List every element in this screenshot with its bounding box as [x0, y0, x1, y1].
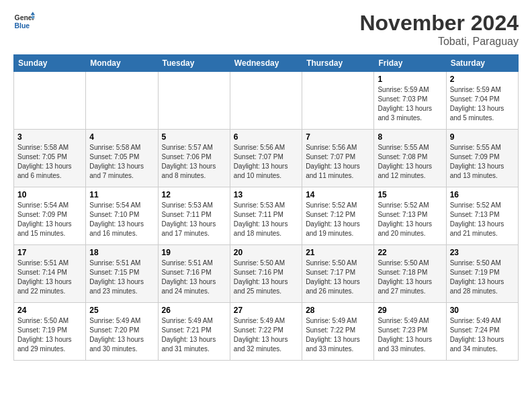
- header-saturday: Saturday: [446, 55, 518, 72]
- calendar-week-row-4: 24Sunrise: 5:50 AM Sunset: 7:19 PM Dayli…: [14, 303, 519, 361]
- header-tuesday: Tuesday: [158, 55, 230, 72]
- calendar-cell-1-1: 4Sunrise: 5:58 AM Sunset: 7:05 PM Daylig…: [86, 130, 158, 187]
- day-info: Sunrise: 5:55 AM Sunset: 7:08 PM Dayligh…: [378, 143, 442, 181]
- day-info: Sunrise: 5:54 AM Sunset: 7:09 PM Dayligh…: [17, 201, 82, 238]
- header-wednesday: Wednesday: [230, 55, 302, 72]
- day-number: 17: [17, 248, 82, 257]
- calendar-cell-1-4: 7Sunrise: 5:56 AM Sunset: 7:07 PM Daylig…: [302, 130, 374, 187]
- day-info: Sunrise: 5:50 AM Sunset: 7:19 PM Dayligh…: [17, 316, 82, 354]
- day-number: 6: [234, 132, 298, 142]
- calendar-cell-2-4: 14Sunrise: 5:52 AM Sunset: 7:12 PM Dayli…: [302, 187, 374, 245]
- calendar-cell-2-5: 15Sunrise: 5:52 AM Sunset: 7:13 PM Dayli…: [374, 187, 446, 245]
- day-info: Sunrise: 5:50 AM Sunset: 7:17 PM Dayligh…: [306, 259, 370, 296]
- svg-text:Blue: Blue: [15, 22, 30, 30]
- month-title: November 2024: [359, 11, 519, 36]
- calendar-cell-1-6: 9Sunrise: 5:55 AM Sunset: 7:09 PM Daylig…: [446, 130, 518, 187]
- title-block: November 2024 Tobati, Paraguay: [359, 11, 519, 48]
- day-info: Sunrise: 5:59 AM Sunset: 7:03 PM Dayligh…: [378, 85, 442, 123]
- day-number: 15: [378, 190, 442, 199]
- calendar-cell-3-0: 17Sunrise: 5:51 AM Sunset: 7:14 PM Dayli…: [14, 245, 86, 303]
- day-info: Sunrise: 5:50 AM Sunset: 7:18 PM Dayligh…: [378, 259, 442, 296]
- calendar-cell-4-5: 29Sunrise: 5:49 AM Sunset: 7:23 PM Dayli…: [374, 303, 446, 361]
- day-number: 13: [234, 190, 298, 199]
- day-info: Sunrise: 5:59 AM Sunset: 7:04 PM Dayligh…: [450, 85, 515, 123]
- calendar-cell-2-1: 11Sunrise: 5:54 AM Sunset: 7:10 PM Dayli…: [86, 187, 158, 245]
- day-info: Sunrise: 5:56 AM Sunset: 7:07 PM Dayligh…: [306, 143, 370, 181]
- day-number: 23: [450, 248, 515, 257]
- logo: General Blue: [13, 11, 35, 32]
- day-info: Sunrise: 5:55 AM Sunset: 7:09 PM Dayligh…: [450, 143, 515, 181]
- day-info: Sunrise: 5:54 AM Sunset: 7:10 PM Dayligh…: [89, 201, 154, 238]
- day-number: 1: [378, 75, 442, 84]
- calendar-cell-3-3: 20Sunrise: 5:50 AM Sunset: 7:16 PM Dayli…: [230, 245, 302, 303]
- day-info: Sunrise: 5:50 AM Sunset: 7:16 PM Dayligh…: [234, 259, 298, 296]
- calendar-week-row-1: 3Sunrise: 5:58 AM Sunset: 7:05 PM Daylig…: [14, 130, 519, 187]
- day-info: Sunrise: 5:49 AM Sunset: 7:22 PM Dayligh…: [306, 316, 370, 354]
- day-number: 27: [234, 306, 298, 315]
- calendar-cell-0-1: [86, 72, 158, 130]
- calendar-cell-1-0: 3Sunrise: 5:58 AM Sunset: 7:05 PM Daylig…: [14, 130, 86, 187]
- calendar-cell-4-0: 24Sunrise: 5:50 AM Sunset: 7:19 PM Dayli…: [14, 303, 86, 361]
- calendar-cell-0-2: [158, 72, 230, 130]
- calendar-week-row-2: 10Sunrise: 5:54 AM Sunset: 7:09 PM Dayli…: [14, 187, 519, 245]
- calendar-cell-0-6: 2Sunrise: 5:59 AM Sunset: 7:04 PM Daylig…: [446, 72, 518, 130]
- day-number: 8: [378, 132, 442, 142]
- header: General Blue November 2024 Tobati, Parag…: [13, 11, 519, 48]
- svg-marker-2: [31, 12, 35, 15]
- calendar-cell-2-0: 10Sunrise: 5:54 AM Sunset: 7:09 PM Dayli…: [14, 187, 86, 245]
- day-info: Sunrise: 5:57 AM Sunset: 7:06 PM Dayligh…: [162, 143, 226, 181]
- day-number: 3: [17, 132, 82, 142]
- header-monday: Monday: [86, 55, 158, 72]
- day-number: 19: [162, 248, 226, 257]
- day-info: Sunrise: 5:49 AM Sunset: 7:23 PM Dayligh…: [378, 316, 442, 354]
- day-number: 30: [450, 306, 515, 315]
- day-info: Sunrise: 5:53 AM Sunset: 7:11 PM Dayligh…: [162, 201, 226, 238]
- day-number: 2: [450, 75, 515, 84]
- day-number: 26: [162, 306, 226, 315]
- calendar-cell-3-4: 21Sunrise: 5:50 AM Sunset: 7:17 PM Dayli…: [302, 245, 374, 303]
- calendar-cell-4-2: 26Sunrise: 5:49 AM Sunset: 7:21 PM Dayli…: [158, 303, 230, 361]
- day-info: Sunrise: 5:49 AM Sunset: 7:20 PM Dayligh…: [89, 316, 154, 354]
- day-info: Sunrise: 5:51 AM Sunset: 7:14 PM Dayligh…: [17, 259, 82, 296]
- day-info: Sunrise: 5:53 AM Sunset: 7:11 PM Dayligh…: [234, 201, 298, 238]
- day-number: 14: [306, 190, 370, 199]
- page: General Blue November 2024 Tobati, Parag…: [0, 0, 532, 367]
- header-friday: Friday: [374, 55, 446, 72]
- day-info: Sunrise: 5:49 AM Sunset: 7:21 PM Dayligh…: [162, 316, 226, 354]
- header-thursday: Thursday: [302, 55, 374, 72]
- day-info: Sunrise: 5:52 AM Sunset: 7:13 PM Dayligh…: [450, 201, 515, 238]
- calendar-header-row: Sunday Monday Tuesday Wednesday Thursday…: [14, 55, 519, 72]
- calendar-cell-3-1: 18Sunrise: 5:51 AM Sunset: 7:15 PM Dayli…: [86, 245, 158, 303]
- day-info: Sunrise: 5:51 AM Sunset: 7:15 PM Dayligh…: [89, 259, 154, 296]
- day-number: 11: [89, 190, 154, 199]
- day-number: 28: [306, 306, 370, 315]
- day-number: 21: [306, 248, 370, 257]
- calendar-week-row-0: 1Sunrise: 5:59 AM Sunset: 7:03 PM Daylig…: [14, 72, 519, 130]
- calendar-cell-4-4: 28Sunrise: 5:49 AM Sunset: 7:22 PM Dayli…: [302, 303, 374, 361]
- calendar-cell-4-1: 25Sunrise: 5:49 AM Sunset: 7:20 PM Dayli…: [86, 303, 158, 361]
- calendar-cell-2-2: 12Sunrise: 5:53 AM Sunset: 7:11 PM Dayli…: [158, 187, 230, 245]
- calendar-cell-0-5: 1Sunrise: 5:59 AM Sunset: 7:03 PM Daylig…: [374, 72, 446, 130]
- day-number: 9: [450, 132, 515, 142]
- day-info: Sunrise: 5:56 AM Sunset: 7:07 PM Dayligh…: [234, 143, 298, 181]
- day-number: 12: [162, 190, 226, 199]
- day-number: 4: [89, 132, 154, 142]
- day-number: 20: [234, 248, 298, 257]
- day-info: Sunrise: 5:49 AM Sunset: 7:22 PM Dayligh…: [234, 316, 298, 354]
- calendar-cell-3-2: 19Sunrise: 5:51 AM Sunset: 7:16 PM Dayli…: [158, 245, 230, 303]
- calendar-cell-1-2: 5Sunrise: 5:57 AM Sunset: 7:06 PM Daylig…: [158, 130, 230, 187]
- day-number: 29: [378, 306, 442, 315]
- day-info: Sunrise: 5:50 AM Sunset: 7:19 PM Dayligh…: [450, 259, 515, 296]
- calendar-cell-3-5: 22Sunrise: 5:50 AM Sunset: 7:18 PM Dayli…: [374, 245, 446, 303]
- day-number: 22: [378, 248, 442, 257]
- day-number: 25: [89, 306, 154, 315]
- calendar-cell-3-6: 23Sunrise: 5:50 AM Sunset: 7:19 PM Dayli…: [446, 245, 518, 303]
- calendar-cell-2-6: 16Sunrise: 5:52 AM Sunset: 7:13 PM Dayli…: [446, 187, 518, 245]
- day-number: 18: [89, 248, 154, 257]
- day-number: 24: [17, 306, 82, 315]
- calendar-cell-4-6: 30Sunrise: 5:49 AM Sunset: 7:24 PM Dayli…: [446, 303, 518, 361]
- day-number: 5: [162, 132, 226, 142]
- day-info: Sunrise: 5:58 AM Sunset: 7:05 PM Dayligh…: [89, 143, 154, 181]
- calendar-cell-0-3: [230, 72, 302, 130]
- calendar-cell-1-3: 6Sunrise: 5:56 AM Sunset: 7:07 PM Daylig…: [230, 130, 302, 187]
